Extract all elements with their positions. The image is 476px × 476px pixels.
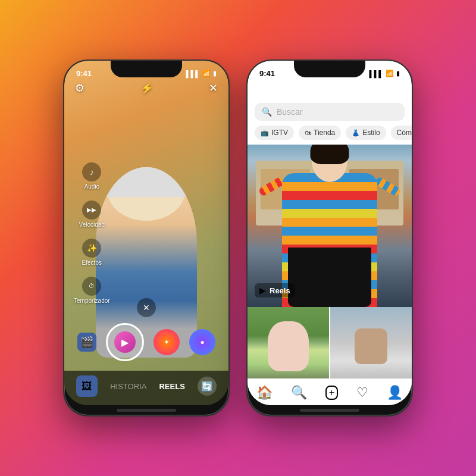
create-icon: + (325, 386, 338, 400)
filter-button-2[interactable]: ● (189, 329, 215, 355)
tab-tienda-label: Tienda (314, 129, 335, 137)
left-phone: 9:41 ▌▌▌ 📶 ▮ ⚙ ⚡ ✕ ♪ Audio ▶▶ Velocidad (63, 60, 230, 416)
explore-grid (248, 307, 412, 378)
signal-icon-right: ▌▌▌ (369, 70, 383, 77)
tab-igtv[interactable]: 📺 IGTV (255, 126, 294, 140)
search-icon: 🔍 (262, 107, 272, 117)
tab-comics[interactable]: Cómics (391, 126, 412, 140)
status-time-left: 9:41 (76, 69, 92, 78)
filter-button-1[interactable]: ✦ (154, 329, 180, 355)
tienda-icon: 🛍 (305, 129, 311, 136)
camera-top-controls: ⚙ ⚡ ✕ (64, 82, 228, 95)
nav-search-button[interactable]: 🔍 (291, 385, 307, 400)
home-indicator-right (300, 409, 359, 412)
camera-nav-bar: 🖼 HISTORIA REELS 🔄 (64, 371, 228, 405)
reels-tab[interactable]: REELS (159, 382, 184, 391)
profile-icon: 👤 (387, 385, 403, 400)
status-icons-left: ▌▌▌ 📶 ▮ (186, 70, 217, 77)
cancel-recording-button[interactable]: ✕ (137, 298, 156, 317)
home-icon: 🏠 (256, 385, 273, 400)
grid-cell-1[interactable] (248, 307, 329, 378)
wifi-icon-right: 📶 (386, 70, 394, 77)
status-icons-right: ▌▌▌ 📶 ▮ (369, 70, 400, 77)
historia-tab[interactable]: HISTORIA (110, 382, 146, 391)
reels-record-icon: ▶ (121, 337, 129, 348)
close-icon[interactable]: ✕ (209, 82, 218, 95)
battery-icon-left: ▮ (213, 70, 217, 77)
settings-icon[interactable]: ⚙ (75, 82, 84, 95)
camera-side-controls: ♪ Audio ▶▶ Velocidad ✨ Efectos ⏱ Tempori… (74, 162, 110, 304)
tab-comics-label: Cómics (397, 129, 412, 137)
nav-profile-button[interactable]: 👤 (387, 385, 403, 400)
category-tabs: 📺 IGTV 🛍 Tienda 👗 Estilo Cómics Televisi… (248, 126, 412, 145)
video-person (276, 145, 383, 307)
tab-estilo-label: Estilo (362, 129, 380, 137)
main-video-area[interactable]: ▶ Reels (248, 145, 412, 307)
tab-igtv-label: IGTV (271, 129, 288, 137)
tab-tienda[interactable]: 🛍 Tienda (299, 126, 341, 140)
nav-create-button[interactable]: + (325, 386, 338, 400)
battery-icon-right: ▮ (396, 70, 400, 77)
igtv-icon: 📺 (261, 129, 269, 137)
gallery-button[interactable]: 🎬 (77, 333, 96, 352)
reels-badge-text: Reels (270, 286, 290, 295)
reels-badge-icon: ▶ (259, 286, 266, 295)
estilo-icon: 👗 (352, 129, 360, 137)
home-indicator-left (117, 409, 176, 412)
flip-camera-button[interactable]: 🔄 (198, 377, 217, 396)
reels-badge: ▶ Reels (255, 283, 295, 298)
nav-likes-button[interactable]: ♡ (356, 385, 368, 400)
bottom-navigation: 🏠 🔍 + ♡ 👤 (248, 378, 412, 405)
shutter-row: 🎬 ▶ ✦ ● (64, 323, 228, 371)
heart-icon: ♡ (356, 385, 368, 400)
signal-icon-left: ▌▌▌ (186, 70, 200, 77)
search-bar[interactable]: 🔍 Buscar (255, 103, 405, 121)
shutter-button[interactable]: ▶ (106, 323, 144, 361)
status-time-right: 9:41 (259, 69, 275, 78)
gallery-thumbnail[interactable]: 🖼 (76, 375, 98, 397)
flash-icon[interactable]: ⚡ (140, 82, 154, 95)
grid-cell-2[interactable] (330, 307, 412, 378)
audio-button[interactable]: ♪ Audio (74, 162, 110, 190)
search-nav-icon: 🔍 (291, 385, 307, 400)
nav-home-button[interactable]: 🏠 (256, 385, 273, 400)
status-bar-right: 9:41 ▌▌▌ 📶 ▮ (248, 61, 412, 80)
right-phone: 9:41 ▌▌▌ 📶 ▮ 🔍 Buscar 📺 IGTV 🛍 Tienda � (246, 60, 413, 416)
effects-button[interactable]: ✨ Efectos (74, 239, 110, 266)
camera-bottom-controls: ✕ 🎬 ▶ ✦ ● 🖼 HISTORIA REELS 🔄 (64, 298, 228, 405)
wifi-icon-left: 📶 (202, 70, 211, 77)
status-bar-left: 9:41 ▌▌▌ 📶 ▮ (64, 61, 228, 80)
speed-button[interactable]: ▶▶ Velocidad (74, 201, 110, 228)
search-placeholder: Buscar (277, 107, 303, 117)
tab-estilo[interactable]: 👗 Estilo (346, 126, 386, 140)
